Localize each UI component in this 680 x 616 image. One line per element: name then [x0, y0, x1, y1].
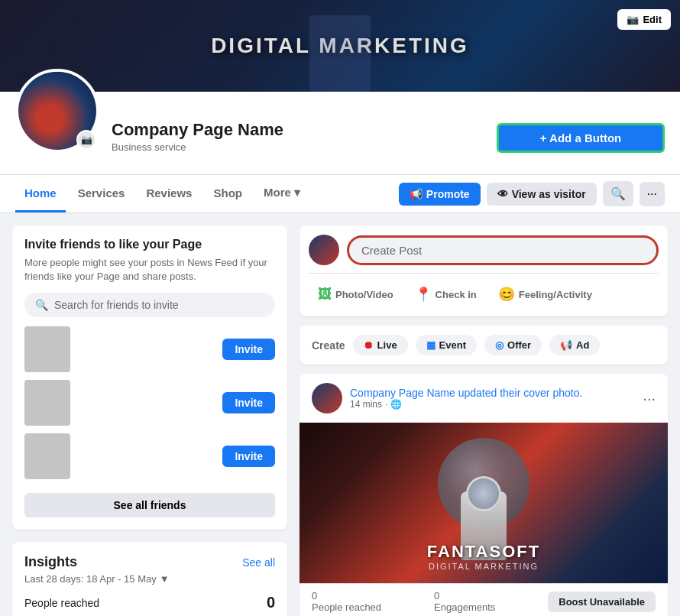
- post-brand-text: FANTASOFT DIGITAL MARKETING: [427, 542, 540, 571]
- profile-actions: + Add a Button: [497, 123, 665, 153]
- people-reached-label: People reached: [24, 597, 99, 609]
- ellipsis-icon: ···: [647, 187, 657, 200]
- invite-desc: More people might see your posts in News…: [24, 256, 275, 284]
- insights-date: Last 28 days: 18 Apr - 15 May ▼: [24, 573, 275, 585]
- cover-edit-button[interactable]: 📷 Edit: [617, 9, 671, 30]
- create-options-row: Create ⏺ Live ▦ Event ◎ Offer 📢 Ad: [300, 326, 668, 365]
- tab-more[interactable]: More ▾: [254, 175, 309, 212]
- tab-reviews[interactable]: Reviews: [137, 176, 201, 212]
- create-post-top: Create Post: [309, 235, 659, 265]
- create-post-input[interactable]: Create Post: [347, 235, 659, 265]
- post-page-avatar: [312, 383, 342, 413]
- post-card: Company Page Name updated their cover ph…: [300, 374, 668, 616]
- view-as-visitor-button[interactable]: 👁 View as visitor: [487, 183, 597, 206]
- friend-avatar-1: [24, 326, 70, 372]
- post-people-reached: 0 People reached: [312, 590, 381, 613]
- post-action-text: updated their cover photo.: [458, 387, 583, 399]
- profile-category: Business service: [112, 141, 484, 153]
- create-live-button[interactable]: ⏺ Live: [353, 335, 408, 355]
- nav-actions: 📢 Promote 👁 View as visitor 🔍 ···: [399, 181, 665, 206]
- list-item: Invite: [24, 326, 275, 372]
- invite-friends-card: Invite friends to like your Page More pe…: [12, 225, 287, 530]
- create-offer-button[interactable]: ◎ Offer: [484, 335, 542, 355]
- create-label: Create: [312, 339, 345, 352]
- profile-info: Company Page Name Business service: [112, 120, 484, 153]
- more-options-button[interactable]: ···: [640, 182, 665, 206]
- emoji-icon: 😊: [498, 286, 515, 303]
- see-all-friends-button[interactable]: See all friends: [24, 493, 275, 517]
- camera-icon-small: 📷: [81, 135, 92, 145]
- create-post-divider: [309, 273, 659, 274]
- insights-people-reached-row: People reached 0: [24, 594, 275, 611]
- search-button[interactable]: 🔍: [603, 181, 633, 206]
- post-header: Company Page Name updated their cover ph…: [300, 374, 668, 423]
- post-engagements: 0 Engagements: [434, 590, 495, 613]
- invite-button-3[interactable]: Invite: [222, 446, 275, 467]
- post-cover-image: FANTASOFT DIGITAL MARKETING: [300, 423, 668, 583]
- insights-card: Insights See all Last 28 days: 18 Apr - …: [12, 542, 287, 616]
- post-footer: 0 People reached 0 Engagements Boost Una…: [300, 583, 668, 616]
- insights-title: Insights: [24, 554, 77, 570]
- promote-button[interactable]: 📢 Promote: [399, 183, 481, 206]
- camera-icon: 📷: [627, 14, 639, 25]
- dropdown-icon: ▼: [160, 573, 170, 585]
- profile-section: 📷 Company Page Name Business service + A…: [0, 92, 680, 175]
- create-post-card: Create Post 🖼 Photo/Video 📍 Check in 😊 F…: [300, 225, 668, 316]
- tab-shop[interactable]: Shop: [204, 176, 251, 212]
- nav-tabs: Home Services Reviews Shop More ▾ 📢 Prom…: [0, 175, 680, 213]
- offer-icon: ◎: [495, 339, 504, 351]
- create-ad-button[interactable]: 📢 Ad: [549, 335, 600, 355]
- friend-avatar-3: [24, 433, 70, 479]
- avatar-wrapper: 📷: [15, 69, 99, 153]
- create-post-avatar: [309, 235, 339, 265]
- search-icon: 🔍: [610, 187, 626, 200]
- insights-see-all-link[interactable]: See all: [242, 556, 275, 569]
- post-page-name: Company Page Name updated their cover ph…: [350, 387, 635, 399]
- live-icon: ⏺: [364, 339, 374, 351]
- profile-name: Company Page Name: [112, 120, 484, 140]
- add-button-btn[interactable]: + Add a Button: [497, 123, 665, 153]
- event-icon: ▦: [426, 339, 436, 351]
- photo-video-button[interactable]: 🖼 Photo/Video: [309, 281, 403, 307]
- friend-avatar-2: [24, 380, 70, 426]
- invite-title: Invite friends to like your Page: [24, 238, 275, 251]
- promote-icon: 📢: [410, 188, 423, 200]
- cover-figure: [309, 15, 371, 92]
- feeling-activity-button[interactable]: 😊 Feeling/Activity: [489, 281, 601, 307]
- create-event-button[interactable]: ▦ Event: [416, 335, 477, 355]
- globe-icon: 🌐: [390, 399, 402, 410]
- main-content: Invite friends to like your Page More pe…: [0, 213, 680, 616]
- search-friends-icon: 🔍: [35, 299, 48, 311]
- dot-separator: ·: [385, 399, 387, 410]
- photo-icon: 🖼: [318, 287, 332, 303]
- visitor-icon: 👁: [497, 188, 508, 200]
- check-in-button[interactable]: 📍 Check in: [406, 281, 486, 307]
- list-item: Invite: [24, 380, 275, 426]
- avatar-camera-button[interactable]: 📷: [76, 130, 96, 150]
- list-item: Invite: [24, 433, 275, 479]
- location-icon: 📍: [415, 286, 432, 303]
- invite-button-2[interactable]: Invite: [222, 392, 275, 413]
- post-meta: Company Page Name updated their cover ph…: [350, 387, 635, 410]
- tab-home[interactable]: Home: [15, 176, 66, 212]
- tab-services[interactable]: Services: [69, 176, 134, 212]
- cover-photo: DIGITAL MARKETING 📷 Edit: [0, 0, 680, 92]
- boost-unavailable-button[interactable]: Boost Unavailable: [548, 592, 656, 612]
- insights-header: Insights See all: [24, 554, 275, 570]
- post-time: 14 mins · 🌐: [350, 399, 635, 410]
- post-more-button[interactable]: ···: [643, 390, 656, 407]
- people-reached-value: 0: [267, 594, 275, 611]
- invite-button-1[interactable]: Invite: [222, 339, 275, 360]
- ad-icon: 📢: [560, 339, 572, 351]
- left-column: Invite friends to like your Page More pe…: [12, 225, 287, 616]
- create-post-actions: 🖼 Photo/Video 📍 Check in 😊 Feeling/Activ…: [309, 281, 659, 307]
- search-friends-input[interactable]: 🔍 Search for friends to invite: [24, 293, 275, 317]
- right-column: Create Post 🖼 Photo/Video 📍 Check in 😊 F…: [300, 225, 668, 616]
